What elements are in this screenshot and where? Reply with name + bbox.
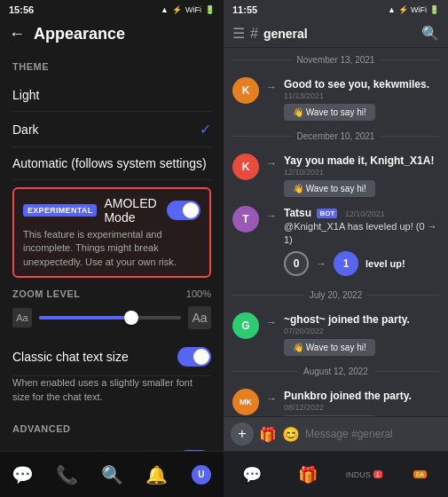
slider-fill [39, 316, 131, 320]
left-bottom-nav: 💬 📞 🔍 🔔 U [0, 451, 224, 497]
date-line-2r [380, 136, 439, 137]
classic-chat-row: Classic chat text size [12, 338, 211, 376]
nav-profile[interactable]: U [179, 460, 224, 490]
messages-area: November 13, 2021 K → Good to see you, k… [224, 48, 448, 416]
nav-calls[interactable]: 📞 [44, 459, 89, 491]
r-nav-gift[interactable]: 🎁 [279, 465, 335, 485]
channel-header: ☰ # general 🔍 [224, 20, 448, 48]
date-line [232, 59, 292, 60]
msg-time-tatsu: 12/10/2021 [345, 209, 385, 218]
slider-thumb[interactable] [124, 311, 138, 325]
date-divider-3: July 20, 2022 [224, 283, 448, 307]
date-text-3: July 20, 2022 [310, 290, 363, 300]
ea-badge: EA [413, 470, 427, 478]
amoled-toggle[interactable] [167, 201, 200, 220]
msg-arrow-t: → [266, 204, 277, 222]
calls-icon: 📞 [56, 464, 78, 485]
messages-icon: 💬 [12, 464, 34, 485]
message-item-2: K → Yay you made it, Knight_X1A! 12/10/2… [224, 148, 448, 201]
menu-icon[interactable]: ☰ [232, 25, 245, 42]
avatar-kekw: K [232, 77, 259, 104]
avatar-knight: K [232, 154, 259, 180]
amoled-label: AMOLED Mode [104, 196, 160, 225]
msg-name: Good to see you, kekwmiles. [284, 78, 429, 91]
left-status-bar: 15:56 ▲ ⚡ WiFi 🔋 [0, 0, 224, 20]
wave-button[interactable]: 👋 Wave to say hi! [284, 104, 375, 121]
date-text-1: November 13, 2021 [297, 55, 375, 65]
zoom-slider-row: Aa Aa [12, 301, 211, 338]
zoom-large-icon: Aa [188, 306, 211, 329]
message-item-tatsu: T → Tatsu BOT 12/10/2021 @Knight_X1A has… [224, 201, 448, 283]
right-time: 11:55 [232, 4, 257, 15]
theme-dark-row[interactable]: Dark ✓ [12, 112, 211, 147]
plus-button[interactable]: + [231, 422, 254, 446]
date-divider-2: December 10, 2021 [224, 124, 448, 148]
msg-text-tatsu: @Knight_X1A has leveled up! (0 → 1) [284, 220, 439, 248]
msg-content-2: Yay you made it, Knight_X1A! 12/10/2021 … [284, 152, 439, 197]
classic-chat-label: Classic chat text size [12, 350, 129, 364]
nav-messages[interactable]: 💬 [0, 459, 44, 491]
zoom-label: ZOOM LEVEL [12, 288, 81, 299]
channel-left: ☰ # general [232, 25, 308, 42]
wifi-icon: WiFi [185, 5, 201, 14]
r-nav-messages[interactable]: 💬 [224, 465, 279, 485]
classic-chat-toggle[interactable] [177, 347, 211, 367]
nav-notifications[interactable]: 🔔 [134, 459, 178, 491]
amoled-experimental-box: EXPERIMENTAL AMOLED Mode This feature is… [12, 187, 211, 278]
r-nav-server[interactable]: INDUS 1 [336, 470, 392, 479]
msg-name-2: Yay you made it, Knight_X1A! [284, 154, 434, 167]
sticker-icon[interactable]: 😊 [282, 426, 300, 443]
back-button[interactable]: ← [9, 25, 25, 43]
experimental-badge: EXPERIMENTAL [23, 204, 97, 217]
level-to: 1 [334, 251, 358, 276]
zoom-slider[interactable] [39, 316, 181, 320]
wave-button-ghost[interactable]: 👋 Wave to say hi! [284, 339, 375, 356]
indus-label: INDUS [346, 470, 371, 479]
left-time: 15:56 [9, 4, 34, 15]
wave-button-2[interactable]: 👋 Wave to say hi! [284, 180, 375, 197]
msg-name-tatsu: Tatsu BOT [284, 207, 337, 219]
classic-chat-desc: When enabled uses a slightly smaller fon… [12, 376, 211, 411]
msg-arrow: → [266, 75, 277, 93]
settings-content: THEME Light Dark ✓ Automatic (follows sy… [0, 49, 224, 451]
avatar-ghost: G [232, 312, 259, 339]
r-battery-icon: 🔋 [429, 5, 439, 14]
r-bt-icon: ⚡ [398, 5, 408, 14]
message-item-punk: MK → Punkbro joined the party. 08/12/202… [224, 383, 448, 416]
msg-content: Good to see you, kekwmiles. 11/13/2021 👋… [284, 75, 439, 121]
date-text-2: December 10, 2021 [297, 131, 375, 141]
theme-light-row[interactable]: Light [12, 79, 211, 112]
notifications-icon: 🔔 [145, 464, 168, 485]
r-wifi-icon: WiFi [411, 5, 427, 14]
theme-section-label: THEME [12, 61, 211, 72]
battery-icon: 🔋 [205, 5, 215, 14]
level-up-text: level up! [365, 258, 405, 269]
theme-auto-row[interactable]: Automatic (follows system settings) [12, 147, 211, 180]
page-title: Appearance [34, 25, 125, 43]
message-input[interactable] [305, 428, 441, 440]
r-nav-ea[interactable]: EA [392, 470, 448, 478]
input-bar: + 🎁 😊 [224, 416, 448, 451]
date-divider-4: August 12, 2022 [224, 359, 448, 383]
level-up-box: 0 → 1 level up! [284, 248, 439, 280]
date-divider-1: November 13, 2021 [224, 48, 448, 72]
channel-search-icon[interactable]: 🔍 [421, 25, 439, 42]
r-signal-icon: ▲ [388, 5, 396, 14]
zoom-small-icon: Aa [12, 308, 32, 327]
search-icon: 🔍 [101, 464, 123, 485]
left-header: ← Appearance [0, 20, 224, 49]
amoled-desc: This feature is experimental and incompl… [23, 228, 200, 269]
left-panel: 15:56 ▲ ⚡ WiFi 🔋 ← Appearance THEME Ligh… [0, 0, 224, 497]
avatar: U [192, 465, 211, 485]
zoom-section: ZOOM LEVEL 100% [12, 285, 211, 301]
gift-icon[interactable]: 🎁 [259, 426, 277, 443]
level-from: 0 [284, 251, 309, 276]
avatar-tatsu: T [232, 206, 259, 233]
right-status-bar: 11:55 ▲ ⚡ WiFi 🔋 [224, 0, 448, 20]
date-line-2 [232, 136, 292, 137]
theme-auto-label: Automatic (follows system settings) [12, 156, 207, 170]
right-status-icons: ▲ ⚡ WiFi 🔋 [388, 5, 439, 14]
nav-search[interactable]: 🔍 [90, 459, 134, 491]
right-bottom-nav: 💬 🎁 INDUS 1 EA [224, 451, 448, 497]
msg-content-tatsu: Tatsu BOT 12/10/2021 @Knight_X1A has lev… [284, 204, 439, 280]
